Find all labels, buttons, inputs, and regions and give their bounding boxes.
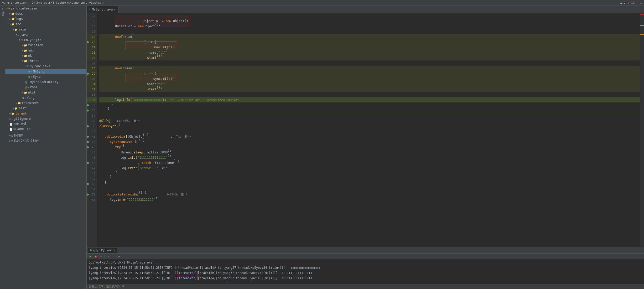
console-line-cmd: D:\Toolkit\jdk\jdk-1.8\bin\java.exe ... xyxy=(89,260,642,265)
line-48: 48 xyxy=(87,171,97,176)
console-info-2: [yang-interview][2024-05-15 11:50:52.279… xyxy=(89,271,176,275)
sidebar-icons: ⊞ TMS xyxy=(0,6,5,289)
tree-item-cn-yang37[interactable]: ▼ ⬡ cn.yang37 xyxy=(5,37,86,43)
line-30: 30 xyxy=(87,76,97,81)
line-44: 44 xyxy=(87,150,97,155)
tree-item-logs[interactable]: ▶ 📁 logs xyxy=(5,16,86,22)
settings-button[interactable]: ⚙ xyxy=(117,254,121,259)
error-badge[interactable]: ⚠ 11 xyxy=(628,1,635,4)
tree-item-mythreadfactory[interactable]: @ C MyThreadFactory xyxy=(5,79,86,85)
top-bar: yang-interview – D:\Projects\0-GitWorks\… xyxy=(0,0,644,6)
line-49: 49 xyxy=(87,176,97,181)
top-bar-badges: ▲ 2 ⚠ 11 ✓ 1 xyxy=(620,1,642,4)
tree-item-function[interactable]: ▶ 📁 function xyxy=(5,43,86,48)
tree-item-readme[interactable]: 📄 README.md xyxy=(5,127,86,132)
code-line-52: public static void m2() { 0个用法 新 * xyxy=(99,192,640,197)
line-38: 38 xyxy=(87,118,97,123)
tree-item-mysync[interactable]: ● M MySync xyxy=(5,69,86,74)
tree-item-yang-interview[interactable]: ▼ ◆ yang-interview xyxy=(5,6,86,11)
tree-item-util[interactable]: ▶ 📁 util xyxy=(5,90,86,95)
code-line-49: } xyxy=(99,176,640,181)
tree-item-pom[interactable]: 📄 pom.xml xyxy=(5,121,86,127)
restart-button[interactable]: ↺ xyxy=(99,254,103,259)
tree-item-scratch[interactable]: ▶ ⊟ 临时文件和控制台 xyxy=(5,138,86,143)
line-26: 26 xyxy=(87,55,97,60)
code-editor: 18 19 20 21 22 23 24 25 26 27 28 xyxy=(87,13,644,247)
run-dot xyxy=(90,249,92,251)
code-line-29: () -> { xyxy=(99,71,640,76)
line-51: 51 xyxy=(87,187,97,192)
run-button[interactable]: ▶ xyxy=(88,254,92,259)
tree-item-nk[interactable]: ▶ 📁 nk xyxy=(5,53,86,58)
editor-area: C MySync.java ✕ 18 19 20 21 22 23 xyxy=(87,6,644,289)
code-line-26: .start(); xyxy=(99,55,640,60)
stop-button[interactable]: ■ xyxy=(94,254,98,259)
code-line-23: () -> { xyxy=(99,39,640,45)
code-line-40 xyxy=(99,129,640,134)
line-50: 50 xyxy=(87,181,97,187)
line-23: 23 xyxy=(87,39,97,45)
code-content[interactable]: Object o1 = new Object(); Object o2 = ne… xyxy=(97,13,640,247)
line-19: 19 xyxy=(87,18,97,24)
tree-item-main[interactable]: ▼ 📁 main xyxy=(5,27,86,32)
tree-item-pool[interactable]: @ ● Pool xyxy=(5,85,86,90)
tree-item-sync[interactable]: ● S Sync xyxy=(5,74,86,79)
code-line-36: } xyxy=(99,108,640,113)
line-40: 40 xyxy=(87,129,97,134)
line-33: 33 xyxy=(87,92,97,97)
console-info-3: [yang-interview][2024-05-15 11:50:53.280… xyxy=(89,276,176,280)
console-line-3: [yang-interview][2024-05-15 11:50:53.280… xyxy=(89,276,642,281)
tree-item-yang[interactable]: @ C Yang xyxy=(5,95,86,100)
line-52: 52 xyxy=(87,192,97,197)
code-line-53: log.info("2222222222222"); xyxy=(99,197,640,202)
tree-item-external-libs[interactable]: ▶ ⊟ 外部库 xyxy=(5,133,86,138)
console-area: ▶ ■ ↺ ↑ ↓ ⚙ D:\Toolkit\jdk\jdk-1.8\bin\j… xyxy=(87,254,644,284)
line-20: 20 xyxy=(87,24,97,29)
info-badge[interactable]: ✓ 1 xyxy=(637,1,642,4)
sidebar-icon-tms[interactable]: TMS xyxy=(1,12,5,16)
scroll-up-button[interactable]: ↑ xyxy=(106,254,111,259)
code-line-20: Object o2 = new Object(); xyxy=(99,24,640,29)
code-line-38: @Slf4j 332个用法 新 * xyxy=(99,118,640,123)
tree-item-src[interactable]: ▼ 📁 src xyxy=(5,22,86,27)
code-line-50: } xyxy=(99,181,640,187)
line-42: 42 xyxy=(87,139,97,145)
line-29: 29 xyxy=(87,71,97,76)
line-18: 18 xyxy=(87,13,97,18)
line-22: 22 xyxy=(87,34,97,39)
line-numbers: 18 19 20 21 22 23 24 25 26 27 28 xyxy=(87,13,97,247)
scroll-down-button[interactable]: ↓ xyxy=(112,254,116,259)
tree-item-docs[interactable]: ▶ 📁 docs xyxy=(5,11,86,16)
console-cmd-text: D:\Toolkit\jdk\jdk-1.8\bin\java.exe ... xyxy=(89,261,160,264)
tree-item-java[interactable]: ▼ ☕ java xyxy=(5,32,86,37)
tree-item-test[interactable]: ▶ 📁 test xyxy=(5,106,86,111)
run-tab-label: 运行: xyxy=(93,248,100,252)
right-gutter xyxy=(640,13,644,247)
code-line-27 xyxy=(99,60,640,66)
tree-item-resources[interactable]: ▶ 📁 resources xyxy=(5,100,86,106)
code-line-39: class Sync { xyxy=(99,123,640,129)
code-line-41: public void m1(Object o) { 2个用法 新 * xyxy=(99,134,640,139)
editor-tabs: C MySync.java ✕ xyxy=(87,6,644,13)
tree-item-target[interactable]: ▶ 📁 target xyxy=(5,111,86,116)
tree-item-map[interactable]: ▶ 📁 map xyxy=(5,48,86,53)
thread-t1-highlight: [thread#t1] xyxy=(176,271,198,275)
tab-mysync-close[interactable]: ✕ xyxy=(114,8,116,11)
run-tab-close[interactable]: ✕ xyxy=(114,249,115,252)
line-53: 53 xyxy=(87,197,97,202)
tree-item-gitignore[interactable]: ◻ .gitignore xyxy=(5,116,86,121)
sidebar-icon-project[interactable]: ⊞ xyxy=(1,7,5,11)
bottom-tabs: 运行: MySync ✕ xyxy=(87,247,644,254)
code-line-22: new Thread( xyxy=(99,34,640,39)
line-21: 21 xyxy=(87,29,97,34)
thread-t2-highlight: [thread#t2] xyxy=(176,276,198,280)
code-line-21 xyxy=(99,29,640,34)
tree-item-mysync-java[interactable]: ▼ C MySync.java xyxy=(5,64,86,69)
warning-badge[interactable]: ▲ 2 xyxy=(620,1,626,4)
run-tab[interactable]: 运行: MySync ✕ xyxy=(88,248,117,253)
tab-mysync[interactable]: C MySync.java ✕ xyxy=(87,6,118,13)
line-34: 34 xyxy=(87,97,97,102)
run-tab-name: MySync xyxy=(101,249,112,252)
tree-item-thread[interactable]: ▼ 📁 thread xyxy=(5,58,86,64)
line-41: 41 xyxy=(87,134,97,139)
